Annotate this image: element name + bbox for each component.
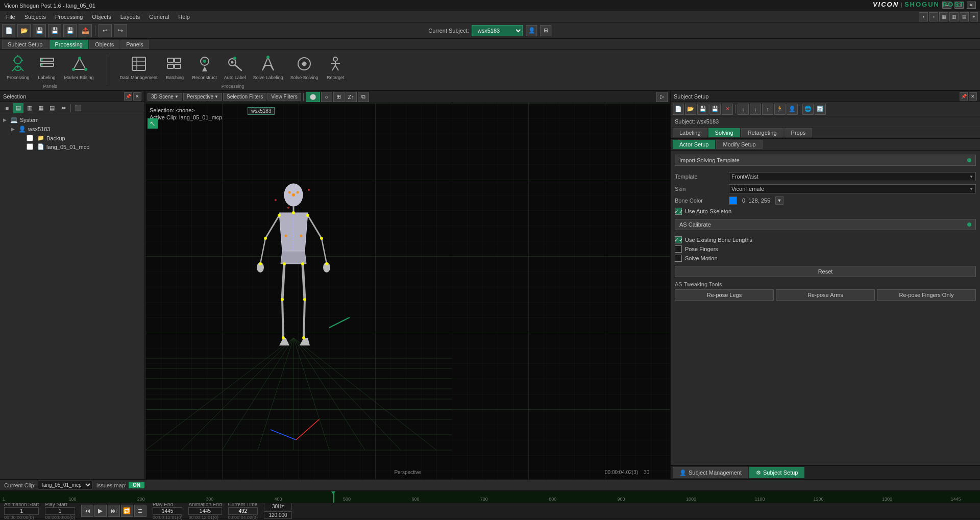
menu-processing[interactable]: Processing [51,13,87,21]
perspective-btn[interactable]: Perspective ▼ [183,93,222,101]
toolbar-labeling-btn[interactable]: Labeling [34,51,60,83]
sel-btn-flat[interactable]: ▦ [36,103,46,113]
sel-btn-circle[interactable]: ⬛ [73,103,83,113]
play-btn[interactable]: ▶ [94,505,107,517]
go-end-btn[interactable]: ⏭ [108,505,120,517]
toolbar-retarget-btn[interactable]: Retarget [323,51,348,83]
layout-grid-2[interactable]: ▫ [929,12,938,21]
rp-tb-open[interactable]: 📂 [685,104,696,115]
tab-panels[interactable]: Panels [120,40,149,49]
rp-tb-save[interactable]: 💾 [697,104,708,115]
vp-mode-z[interactable]: Z↑ [346,92,357,102]
toolbar-marker-editing-btn[interactable]: Marker Editing [62,51,96,83]
tab-labeling[interactable]: Labeling [673,128,707,137]
toolbar-auto-label-btn[interactable]: Auto Label [222,51,249,83]
vp-mode-green[interactable]: ⬤ [306,92,320,102]
bone-color-swatch[interactable] [729,196,737,205]
toolbar-batching-btn[interactable]: Batching [162,51,188,83]
issues-on-badge[interactable]: ON [129,482,144,488]
subtab-actor-setup[interactable]: Actor Setup [673,140,715,149]
close-button[interactable]: ✕ [967,2,976,9]
rp-tb-arrow-down1[interactable]: ↓ [738,104,749,115]
auto-skeleton-check[interactable]: ✓ [675,208,682,215]
subject-select[interactable]: wsx5183 [472,25,523,36]
save-as-button[interactable]: 💾 [48,24,61,37]
menu-layouts[interactable]: Layouts [116,13,144,21]
rp-tb-new[interactable]: 📄 [673,104,684,115]
vp-mode-copy[interactable]: ⧉ [358,92,369,102]
vp-mode-grid[interactable]: ⊞ [333,92,345,102]
lang05-checkbox[interactable] [27,143,33,150]
loop-btn[interactable]: 🔁 [121,505,133,517]
sel-btn-collapse[interactable]: ▥ [24,103,35,113]
fps-selector[interactable]: 30Hz [264,503,292,510]
save-all-button[interactable]: 💾 [63,24,77,37]
go-start-btn[interactable]: ⏮ [81,505,93,517]
subject-grid-icon[interactable]: ⊞ [541,25,552,36]
system-expand[interactable]: ▶ [3,117,8,122]
tab-subject-setup[interactable]: Subject Setup [2,40,48,49]
template-dropdown[interactable]: FrontWaist [729,172,976,181]
sel-btn-list[interactable]: ≡ [2,103,12,113]
play-end-value[interactable]: 1445 [153,507,183,515]
selection-panel-pin[interactable]: 📌 [124,92,132,101]
rp-tb-refresh[interactable]: 🔄 [815,104,826,115]
layout-grid-3[interactable]: ▦ [939,12,948,21]
repose-legs-btn[interactable]: Re-pose Legs [675,289,774,301]
subject-setup-pin[interactable]: 📌 [960,92,968,101]
rp-tb-save2[interactable]: 💾 [709,104,721,115]
tree-item-backup[interactable]: 📁 Backup [1,134,143,142]
3d-scene-btn[interactable]: 3D Scene ▼ [148,93,182,101]
list-btn[interactable]: ☰ [134,505,146,517]
rp-tb-arrow-up[interactable]: ↑ [762,104,773,115]
menu-objects[interactable]: Objects [88,13,115,21]
anim-end-value[interactable]: 1445 [188,507,222,515]
toolbar-data-mgmt-btn[interactable]: Data Management [117,51,160,83]
selection-panel-close[interactable]: ✕ [133,92,141,101]
redo-button[interactable]: ↪ [114,24,127,37]
toolbar-solve-labeling-btn[interactable]: Solve Labeling [251,51,286,83]
pose-fingers-check[interactable] [675,245,682,253]
layout-add[interactable]: + [970,12,978,21]
layout-grid-4[interactable]: ▥ [949,12,959,21]
reset-btn[interactable]: Reset [675,266,976,277]
open-button[interactable]: 📂 [17,24,31,37]
sel-btn-sort[interactable]: ▤ [47,103,57,113]
current-time-value[interactable]: 492 [228,507,258,515]
play-start-value[interactable]: 1 [45,507,75,515]
undo-button[interactable]: ↩ [99,24,112,37]
as-calibrate-btn[interactable]: AS Calibrate [675,219,976,230]
timeline-ruler[interactable]: 1 100 200 300 400 500 600 700 800 900 10… [0,491,980,503]
tab-retargeting[interactable]: Retargeting [741,128,783,137]
tab-processing[interactable]: Processing [50,40,88,49]
bone-color-picker[interactable]: ▼ [775,196,783,205]
menu-help[interactable]: Help [174,13,194,21]
br-tab-subject-management[interactable]: 👤 Subject Management [673,467,748,478]
skin-dropdown[interactable]: ViconFemale [729,184,976,193]
tree-item-wsx5183[interactable]: ▶ 👤 wsx5183 [1,125,143,134]
solve-motion-check[interactable] [675,255,682,262]
anim-start-value[interactable]: 1 [4,507,39,515]
tab-props[interactable]: Props [785,128,813,137]
new-button[interactable]: 📄 [2,24,15,37]
tab-objects[interactable]: Objects [89,40,119,49]
rp-tb-globe[interactable]: 🌐 [802,104,814,115]
rp-tb-delete[interactable]: ✕ [722,104,733,115]
export-button[interactable]: 📤 [79,24,92,37]
save-button[interactable]: 💾 [33,24,46,37]
rp-tb-person[interactable]: 🏃 [774,104,786,115]
view-filters-btn[interactable]: View Filters [267,93,301,101]
subject-person-icon[interactable]: 👤 [526,25,537,36]
subtab-modify-setup[interactable]: Modify Setup [716,140,762,149]
layout-grid-1[interactable]: ▪ [919,12,928,21]
rp-tb-person2[interactable]: 👤 [787,104,798,115]
speed-selector[interactable]: 120.000 [264,511,292,519]
toolbar-reconstruct-btn[interactable]: Reconstruct [190,51,219,83]
layout-grid-5[interactable]: ▤ [960,12,969,21]
sel-btn-double-arrow[interactable]: ⇔ [58,103,68,113]
viewport-3d[interactable]: Selection: <none> Active Clip: lang_05_0… [145,103,670,479]
vp-mode-circle[interactable]: ○ [321,92,332,102]
menu-subjects[interactable]: Subjects [20,13,50,21]
repose-arms-btn[interactable]: Re-pose Arms [776,289,875,301]
menu-general[interactable]: General [145,13,173,21]
